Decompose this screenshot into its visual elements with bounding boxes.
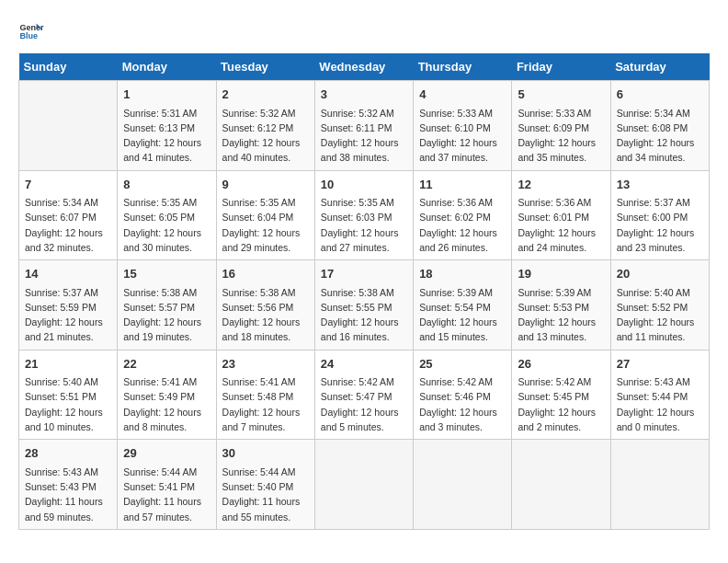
- calendar-week-row: 21Sunrise: 5:40 AMSunset: 5:51 PMDayligh…: [19, 350, 710, 440]
- calendar-cell: 14Sunrise: 5:37 AMSunset: 5:59 PMDayligh…: [19, 260, 118, 350]
- day-info: Sunrise: 5:37 AMSunset: 5:59 PMDaylight:…: [25, 285, 111, 345]
- day-number: 16: [222, 265, 309, 283]
- day-info: Sunrise: 5:42 AMSunset: 5:45 PMDaylight:…: [518, 374, 604, 434]
- day-info: Sunrise: 5:43 AMSunset: 5:43 PMDaylight:…: [25, 465, 111, 524]
- day-info: Sunrise: 5:41 AMSunset: 5:48 PMDaylight:…: [222, 374, 309, 434]
- calendar-cell: 22Sunrise: 5:41 AMSunset: 5:49 PMDayligh…: [118, 350, 216, 440]
- day-number: 15: [123, 265, 210, 283]
- calendar-cell: 12Sunrise: 5:36 AMSunset: 6:01 PMDayligh…: [512, 170, 610, 260]
- day-number: 12: [518, 176, 604, 194]
- calendar-cell: 9Sunrise: 5:35 AMSunset: 6:04 PMDaylight…: [216, 170, 314, 260]
- day-number: 8: [123, 176, 210, 194]
- day-number: 10: [321, 176, 407, 194]
- day-info: Sunrise: 5:40 AMSunset: 5:51 PMDaylight:…: [25, 374, 111, 434]
- calendar-cell: 15Sunrise: 5:38 AMSunset: 5:57 PMDayligh…: [118, 260, 216, 350]
- calendar-cell: [512, 440, 610, 530]
- day-info: Sunrise: 5:32 AMSunset: 6:12 PMDaylight:…: [222, 106, 309, 166]
- calendar-cell: 7Sunrise: 5:34 AMSunset: 6:07 PMDaylight…: [19, 170, 118, 260]
- calendar-table: SundayMondayTuesdayWednesdayThursdayFrid…: [18, 53, 710, 530]
- day-info: Sunrise: 5:39 AMSunset: 5:53 PMDaylight:…: [518, 285, 604, 345]
- calendar-cell: [610, 440, 709, 530]
- day-number: 3: [321, 86, 407, 104]
- calendar-cell: 8Sunrise: 5:35 AMSunset: 6:05 PMDaylight…: [118, 170, 216, 260]
- day-number: 6: [617, 86, 703, 104]
- day-number: 18: [419, 265, 506, 283]
- calendar-cell: 13Sunrise: 5:37 AMSunset: 6:00 PMDayligh…: [610, 170, 709, 260]
- calendar-cell: 21Sunrise: 5:40 AMSunset: 5:51 PMDayligh…: [19, 350, 118, 440]
- weekday-header-row: SundayMondayTuesdayWednesdayThursdayFrid…: [19, 53, 710, 81]
- svg-text:Blue: Blue: [19, 31, 38, 40]
- calendar-cell: 25Sunrise: 5:42 AMSunset: 5:46 PMDayligh…: [414, 350, 512, 440]
- calendar-cell: 19Sunrise: 5:39 AMSunset: 5:53 PMDayligh…: [512, 260, 610, 350]
- calendar-cell: 18Sunrise: 5:39 AMSunset: 5:54 PMDayligh…: [414, 260, 512, 350]
- weekday-header: Monday: [118, 53, 216, 81]
- day-number: 13: [617, 176, 703, 194]
- calendar-week-row: 7Sunrise: 5:34 AMSunset: 6:07 PMDaylight…: [19, 170, 710, 260]
- day-number: 5: [518, 86, 604, 104]
- logo-icon: General Blue: [18, 18, 44, 44]
- calendar-week-row: 28Sunrise: 5:43 AMSunset: 5:43 PMDayligh…: [19, 440, 710, 530]
- day-number: 14: [25, 265, 111, 283]
- calendar-cell: [19, 81, 118, 171]
- calendar-cell: 24Sunrise: 5:42 AMSunset: 5:47 PMDayligh…: [314, 350, 413, 440]
- calendar-cell: 20Sunrise: 5:40 AMSunset: 5:52 PMDayligh…: [610, 260, 709, 350]
- page-header: General Blue: [18, 18, 710, 44]
- day-info: Sunrise: 5:40 AMSunset: 5:52 PMDaylight:…: [617, 285, 703, 345]
- day-info: Sunrise: 5:44 AMSunset: 5:40 PMDaylight:…: [222, 465, 309, 524]
- calendar-cell: 27Sunrise: 5:43 AMSunset: 5:44 PMDayligh…: [610, 350, 709, 440]
- day-number: 9: [222, 176, 309, 194]
- day-info: Sunrise: 5:33 AMSunset: 6:10 PMDaylight:…: [419, 106, 506, 166]
- calendar-cell: 16Sunrise: 5:38 AMSunset: 5:56 PMDayligh…: [216, 260, 314, 350]
- day-info: Sunrise: 5:34 AMSunset: 6:07 PMDaylight:…: [25, 195, 111, 255]
- weekday-header: Tuesday: [216, 53, 314, 81]
- day-info: Sunrise: 5:42 AMSunset: 5:46 PMDaylight:…: [419, 374, 506, 434]
- svg-text:General: General: [19, 23, 44, 32]
- calendar-cell: 10Sunrise: 5:35 AMSunset: 6:03 PMDayligh…: [314, 170, 413, 260]
- day-info: Sunrise: 5:31 AMSunset: 6:13 PMDaylight:…: [123, 106, 210, 166]
- calendar-cell: 26Sunrise: 5:42 AMSunset: 5:45 PMDayligh…: [512, 350, 610, 440]
- calendar-cell: 1Sunrise: 5:31 AMSunset: 6:13 PMDaylight…: [118, 81, 216, 171]
- day-number: 7: [25, 176, 111, 194]
- day-info: Sunrise: 5:41 AMSunset: 5:49 PMDaylight:…: [123, 374, 210, 434]
- calendar-cell: 5Sunrise: 5:33 AMSunset: 6:09 PMDaylight…: [512, 81, 610, 171]
- day-number: 29: [123, 444, 210, 463]
- calendar-cell: 29Sunrise: 5:44 AMSunset: 5:41 PMDayligh…: [118, 440, 216, 530]
- calendar-cell: 2Sunrise: 5:32 AMSunset: 6:12 PMDaylight…: [216, 81, 314, 171]
- day-info: Sunrise: 5:35 AMSunset: 6:04 PMDaylight:…: [222, 195, 309, 255]
- day-info: Sunrise: 5:33 AMSunset: 6:09 PMDaylight:…: [518, 106, 604, 166]
- weekday-header: Saturday: [610, 53, 709, 81]
- day-number: 28: [25, 444, 111, 463]
- day-info: Sunrise: 5:35 AMSunset: 6:03 PMDaylight:…: [321, 195, 407, 255]
- weekday-header: Sunday: [19, 53, 118, 81]
- day-number: 4: [419, 86, 506, 104]
- day-number: 24: [321, 355, 407, 373]
- day-number: 2: [222, 86, 309, 104]
- day-number: 27: [617, 355, 703, 373]
- day-number: 21: [25, 355, 111, 373]
- calendar-cell: 17Sunrise: 5:38 AMSunset: 5:55 PMDayligh…: [314, 260, 413, 350]
- calendar-week-row: 14Sunrise: 5:37 AMSunset: 5:59 PMDayligh…: [19, 260, 710, 350]
- calendar-cell: 3Sunrise: 5:32 AMSunset: 6:11 PMDaylight…: [314, 81, 413, 171]
- day-number: 1: [123, 86, 210, 104]
- day-info: Sunrise: 5:32 AMSunset: 6:11 PMDaylight:…: [321, 106, 407, 166]
- calendar-cell: 28Sunrise: 5:43 AMSunset: 5:43 PMDayligh…: [19, 440, 118, 530]
- day-number: 23: [222, 355, 309, 373]
- day-info: Sunrise: 5:38 AMSunset: 5:57 PMDaylight:…: [123, 285, 210, 345]
- calendar-cell: 6Sunrise: 5:34 AMSunset: 6:08 PMDaylight…: [610, 81, 709, 171]
- day-info: Sunrise: 5:36 AMSunset: 6:02 PMDaylight:…: [419, 195, 506, 255]
- day-number: 17: [321, 265, 407, 283]
- day-number: 22: [123, 355, 210, 373]
- day-number: 19: [518, 265, 604, 283]
- weekday-header: Friday: [512, 53, 610, 81]
- day-number: 26: [518, 355, 604, 373]
- day-info: Sunrise: 5:38 AMSunset: 5:56 PMDaylight:…: [222, 285, 309, 345]
- calendar-cell: [314, 440, 413, 530]
- day-number: 30: [222, 444, 309, 463]
- calendar-week-row: 1Sunrise: 5:31 AMSunset: 6:13 PMDaylight…: [19, 81, 710, 171]
- day-info: Sunrise: 5:43 AMSunset: 5:44 PMDaylight:…: [617, 374, 703, 434]
- calendar-cell: 4Sunrise: 5:33 AMSunset: 6:10 PMDaylight…: [414, 81, 512, 171]
- day-info: Sunrise: 5:42 AMSunset: 5:47 PMDaylight:…: [321, 374, 407, 434]
- day-info: Sunrise: 5:39 AMSunset: 5:54 PMDaylight:…: [419, 285, 506, 345]
- day-info: Sunrise: 5:34 AMSunset: 6:08 PMDaylight:…: [617, 106, 703, 166]
- calendar-cell: 11Sunrise: 5:36 AMSunset: 6:02 PMDayligh…: [414, 170, 512, 260]
